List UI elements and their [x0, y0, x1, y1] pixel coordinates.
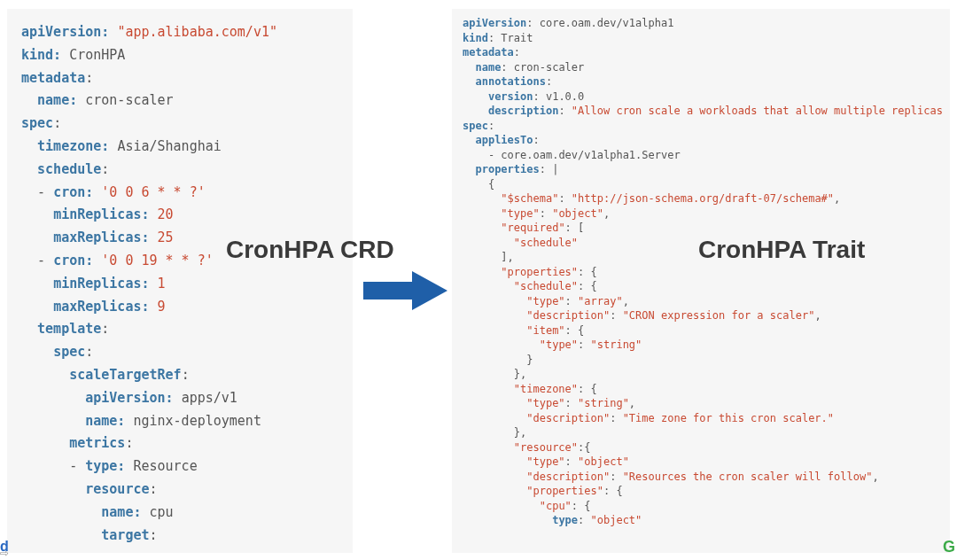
right-code-panel: apiVersion: core.oam.dev/v1alpha1 kind: … — [452, 9, 950, 553]
arrow-icon — [363, 271, 447, 310]
right-label: CronHPA Trait — [698, 236, 865, 264]
left-label: CronHPA CRD — [226, 236, 394, 264]
edge-fragment-arrow: ⇨ — [0, 544, 9, 560]
left-code-panel: apiVersion: "app.alibaba.com/v1" kind: C… — [7, 9, 353, 553]
svg-marker-0 — [363, 271, 447, 310]
edge-fragment-g: G — [943, 538, 955, 556]
